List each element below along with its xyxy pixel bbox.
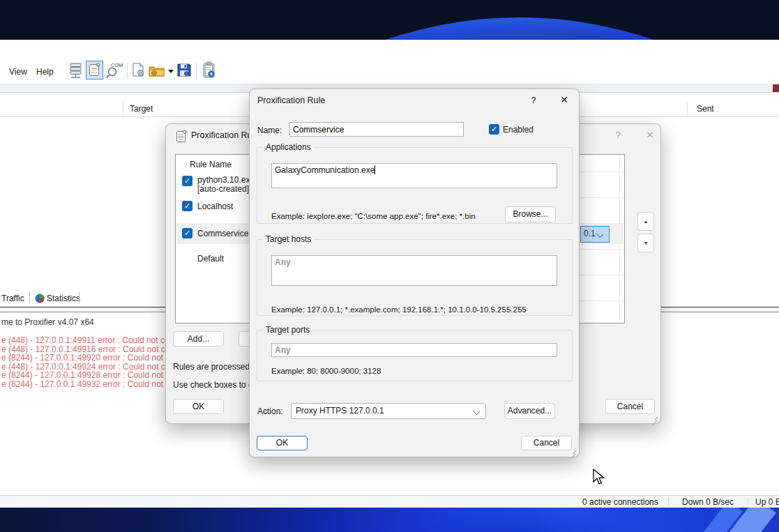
menu-help[interactable]: Help xyxy=(36,66,54,77)
menu-view[interactable]: View xyxy=(9,66,27,77)
applications-value: GalaxyCommunication.exe xyxy=(275,165,375,175)
log-line-welcome: me to Proxifier v4.07 x64 xyxy=(1,317,94,327)
target-ports-field[interactable]: Any xyxy=(271,343,557,357)
target-hosts-example: Example: 127.0.0.1; *.example.com; 192.1… xyxy=(271,305,527,314)
target-ports-legend: Target ports xyxy=(263,325,312,335)
add-rule-button[interactable]: Add... xyxy=(173,331,224,347)
column-header-target[interactable]: Target xyxy=(130,104,153,114)
chevron-down-icon xyxy=(596,231,603,238)
target-ports-group: Target ports Any Example: 80; 8000-9000;… xyxy=(257,330,573,381)
action-value: Proxy HTTPS 127.0.0.1 xyxy=(296,406,384,416)
applications-legend: Applications xyxy=(263,142,314,152)
proxification-rule-dialog: Proxification Rule ? ✕ Name: Enabled App… xyxy=(249,89,580,457)
rule-label: Default xyxy=(197,254,224,264)
move-rule-down-button[interactable]: ▼ xyxy=(637,234,654,252)
log-settings-icon[interactable] xyxy=(202,61,216,79)
rule-sublabel: [auto-created] xyxy=(197,184,249,194)
rules-scroll-icon xyxy=(176,130,188,144)
proxification-rules-icon[interactable] xyxy=(89,63,101,77)
toolbar-separator xyxy=(127,63,128,79)
target-hosts-placeholder: Any xyxy=(275,257,291,267)
new-profile-icon[interactable] xyxy=(132,63,146,79)
status-down-rate: Down 0 B/sec xyxy=(682,497,734,507)
wallpaper-shape xyxy=(391,508,642,532)
proxy-combo[interactable]: 0.1 xyxy=(580,226,610,243)
rules-note-processing: Rules are processed fr xyxy=(173,362,257,372)
name-label: Name: xyxy=(257,126,282,135)
enabled-label: Enabled xyxy=(503,125,534,135)
rules-cancel-button[interactable]: Cancel xyxy=(605,399,655,414)
rules-ok-button[interactable]: OK xyxy=(173,399,224,414)
action-label: Action: xyxy=(257,406,283,416)
move-rule-up-button[interactable]: ▲ xyxy=(637,212,654,231)
status-up-rate: Up 0 B xyxy=(755,497,779,507)
rule-label: Commservice xyxy=(197,229,248,238)
wallpaper-arc xyxy=(107,17,779,40)
statistics-pie-icon xyxy=(35,294,45,303)
open-profile-icon[interactable] xyxy=(149,64,165,78)
cancel-button[interactable]: Cancel xyxy=(521,436,572,450)
target-hosts-legend: Target hosts xyxy=(263,234,314,244)
proxy-servers-icon[interactable] xyxy=(69,63,83,79)
action-select[interactable]: Proxy HTTPS 127.0.0.1 xyxy=(291,403,486,419)
rule-checkbox[interactable] xyxy=(182,201,192,211)
tab-separator xyxy=(79,292,80,303)
enabled-checkbox[interactable] xyxy=(489,124,499,135)
save-profile-icon[interactable] xyxy=(177,63,192,77)
dialog-title: Proxification Rule xyxy=(191,130,258,140)
rule-label: Localhost xyxy=(197,202,233,211)
grid-line xyxy=(619,155,620,324)
desktop-wallpaper-bottom xyxy=(0,508,779,532)
target-hosts-group: Target hosts Any Example: 127.0.0.1; *.e… xyxy=(257,239,573,316)
applications-example: Example: iexplore.exe; "C:\some app.exe"… xyxy=(271,212,476,220)
status-separator xyxy=(748,497,748,506)
applications-field[interactable]: GalaxyCommunication.exe xyxy=(271,163,557,188)
screen: View Help COM xyxy=(0,0,779,532)
target-ports-placeholder: Any xyxy=(275,345,291,355)
svg-text:COM: COM xyxy=(111,62,123,68)
window-edge-chip xyxy=(773,84,779,92)
target-ports-example: Example: 80; 8000-9000; 3128 xyxy=(271,367,381,375)
close-button[interactable]: ✕ xyxy=(557,93,571,106)
tab-traffic[interactable]: Traffic xyxy=(1,294,24,303)
status-separator xyxy=(668,497,669,506)
rule-label: python3.10.exe xyxy=(197,175,255,185)
name-field[interactable] xyxy=(289,122,464,137)
target-hosts-field[interactable]: Any xyxy=(271,255,557,286)
proxy-combo-value: 0.1 xyxy=(584,229,596,238)
open-profile-dropdown-icon[interactable] xyxy=(168,70,174,73)
close-button[interactable]: ✕ xyxy=(643,129,657,142)
dialog-title: Proxification Rule xyxy=(257,96,325,105)
resize-grip[interactable] xyxy=(569,447,577,455)
rule-checkbox[interactable] xyxy=(182,228,192,238)
tab-separator xyxy=(29,292,30,303)
column-divider[interactable] xyxy=(123,102,123,116)
text-caret xyxy=(375,165,375,174)
ok-button[interactable]: OK xyxy=(257,436,308,450)
browse-button[interactable]: Browse... xyxy=(505,206,556,222)
status-active-connections: 0 active connections xyxy=(582,497,656,507)
help-button[interactable]: ? xyxy=(611,129,625,142)
com-ports-search-icon[interactable]: COM xyxy=(105,61,123,79)
mouse-cursor xyxy=(593,469,608,485)
help-button[interactable]: ? xyxy=(527,94,540,107)
desktop-wallpaper-top xyxy=(0,0,779,40)
tab-statistics[interactable]: Statistics xyxy=(47,294,80,303)
status-bar: 0 active connections Down 0 B/sec Up 0 B xyxy=(0,495,779,508)
chevron-down-icon xyxy=(473,408,480,415)
column-divider[interactable] xyxy=(687,102,688,116)
advanced-button[interactable]: Advanced... xyxy=(504,403,555,419)
column-header-sent[interactable]: Sent xyxy=(697,104,714,114)
resize-grip[interactable] xyxy=(651,413,659,422)
list-header-rule-name[interactable]: Rule Name xyxy=(190,160,232,169)
toolbar-separator xyxy=(196,63,197,79)
rule-checkbox[interactable] xyxy=(182,176,192,186)
applications-group: Applications GalaxyCommunication.exe Exa… xyxy=(257,147,573,224)
